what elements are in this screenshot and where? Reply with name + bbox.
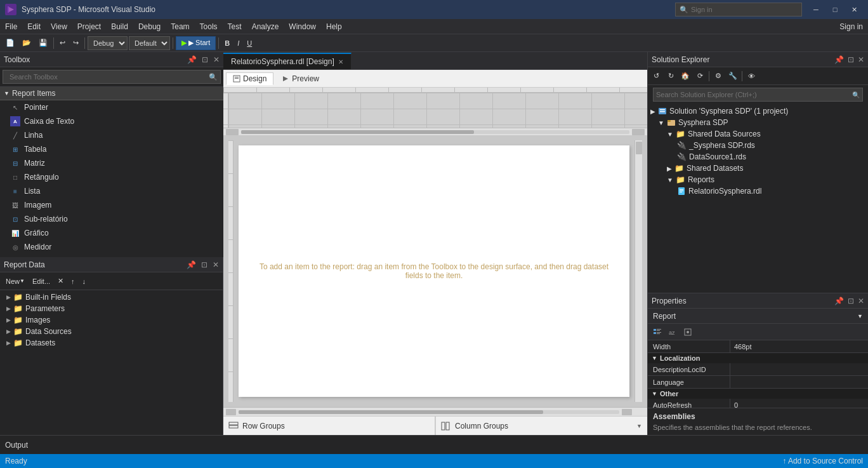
rd-up-button[interactable]: ↑ — [68, 275, 78, 288]
prop-value-desc-loc[interactable] — [730, 363, 868, 375]
open-button[interactable]: 📂 — [19, 36, 34, 50]
rd-new-button[interactable]: New ▼ — [3, 275, 28, 288]
rd-delete-button[interactable]: ✕ — [55, 275, 67, 288]
se-preview-btn[interactable]: 👁 — [744, 70, 758, 83]
source-control-link[interactable]: ↑ Add to Source Control — [782, 457, 863, 465]
se-close-icon[interactable]: ✕ — [858, 55, 864, 64]
start-button[interactable]: ▶ ▶ Start — [176, 36, 216, 50]
maximize-button[interactable]: □ — [826, 3, 844, 16]
undo-button[interactable]: ↩ — [56, 36, 69, 50]
menu-analyze[interactable]: Analyze — [247, 19, 284, 34]
menu-debug[interactable]: Debug — [133, 19, 166, 34]
tree-item-datasources[interactable]: ▶ 📁 Data Sources — [1, 326, 221, 337]
se-forward-btn[interactable]: ↻ — [664, 70, 678, 83]
menu-help[interactable]: Help — [321, 19, 347, 34]
se-item-shared-ds[interactable]: ▼ 📁 Shared Data Sources — [649, 128, 867, 140]
rd-down-button[interactable]: ↓ — [79, 275, 89, 288]
tree-item-datasets[interactable]: ▶ 📁 Datasets — [1, 337, 221, 349]
props-float-icon[interactable]: ⊡ — [848, 297, 854, 305]
quick-launch[interactable]: 🔍 — [675, 3, 802, 17]
se-refresh-btn[interactable]: ⟳ — [693, 70, 707, 83]
menu-window[interactable]: Window — [284, 19, 321, 34]
se-search-input[interactable] — [656, 91, 852, 98]
design-grid-top[interactable] — [228, 93, 647, 128]
se-item-shared-datasets[interactable]: ▶ 📁 Shared Datasets — [649, 163, 867, 174]
se-item-datasource1[interactable]: 🔌 DataSource1.rds — [649, 151, 867, 163]
toolbox-item-table[interactable]: ⊞ Tabela — [0, 142, 223, 156]
se-tools-btn[interactable]: 🔧 — [726, 70, 740, 83]
horizontal-scrollbar-bottom[interactable] — [223, 407, 647, 416]
vertical-scrollbar[interactable] — [635, 140, 642, 402]
menu-test[interactable]: Test — [223, 19, 247, 34]
sign-in-link[interactable]: Sign in — [834, 19, 868, 34]
tab-close-icon[interactable]: ✕ — [338, 58, 343, 65]
menu-view[interactable]: View — [46, 19, 72, 34]
toolbox-item-rectangle[interactable]: □ Retângulo — [0, 170, 223, 184]
prop-section-other[interactable]: ▼ Other — [648, 389, 868, 399]
props-object-selector[interactable]: Report ▼ — [648, 309, 868, 324]
toolbox-item-matrix[interactable]: ⊟ Matriz — [0, 156, 223, 170]
tree-item-images[interactable]: ▶ 📁 Images — [1, 314, 221, 326]
rd-edit-button[interactable]: Edit... — [29, 275, 53, 288]
toolbox-search-input[interactable] — [6, 70, 209, 84]
toolbox-item-subreport[interactable]: ⊡ Sub-relatório — [0, 212, 223, 226]
se-back-btn[interactable]: ↺ — [649, 70, 663, 83]
props-page-btn[interactable] — [681, 326, 695, 338]
toolbox-section-report-items[interactable]: ▼ Report Items — [0, 87, 223, 100]
rd-pin-icon[interactable]: 📌 — [187, 260, 196, 269]
quick-launch-input[interactable] — [691, 6, 798, 13]
prop-value-autorefresh[interactable]: 0 — [730, 399, 868, 408]
rd-close-icon[interactable]: ✕ — [213, 260, 219, 269]
report-canvas[interactable]: To add an item to the report: drag an it… — [239, 145, 629, 397]
toolbox-pin-icon[interactable]: 📌 — [187, 55, 197, 64]
toolbox-item-chart[interactable]: 📊 Gráfico — [0, 226, 223, 240]
toolbox-item-gauge[interactable]: ◎ Medidor — [0, 240, 223, 254]
se-item-reports[interactable]: ▼ 📁 Reports — [649, 174, 867, 185]
tree-item-parameters[interactable]: ▶ 📁 Parameters — [1, 303, 221, 314]
menu-tools[interactable]: Tools — [195, 19, 223, 34]
underline-button[interactable]: U — [244, 36, 255, 50]
italic-button[interactable]: I — [234, 36, 242, 50]
props-pin-icon[interactable]: 📌 — [834, 297, 844, 305]
minimize-button[interactable]: ─ — [807, 3, 825, 16]
props-close-icon[interactable]: ✕ — [858, 297, 864, 305]
toolbox-item-image[interactable]: 🖼 Imagem — [0, 198, 223, 212]
se-item-report-rdl[interactable]: RelatorioSysphera.rdl — [649, 185, 867, 197]
menu-build[interactable]: Build — [106, 19, 133, 34]
toolbox-item-pointer[interactable]: ↖ Pointer — [0, 100, 223, 114]
prop-section-localization[interactable]: ▼ Localization — [648, 353, 868, 363]
se-item-solution[interactable]: ▶ Solution 'Sysphera SDP' (1 project) — [649, 105, 867, 117]
menu-edit[interactable]: Edit — [22, 19, 46, 34]
se-item-sysphera-rds[interactable]: 🔌 _Sysphera SDP.rds — [649, 140, 867, 151]
save-button[interactable]: 💾 — [36, 36, 51, 50]
tab-preview-mode[interactable]: Preview — [275, 72, 326, 85]
se-settings-btn[interactable]: ⚙ — [711, 70, 725, 83]
horizontal-scrollbar-top[interactable] — [223, 128, 647, 135]
bold-button[interactable]: B — [221, 36, 233, 50]
platform-dropdown[interactable]: Default — [129, 36, 170, 50]
se-pin-icon[interactable]: 📌 — [834, 55, 844, 64]
menu-project[interactable]: Project — [72, 19, 106, 34]
redo-button[interactable]: ↪ — [70, 36, 82, 50]
rd-float-icon[interactable]: ⊡ — [201, 260, 207, 269]
toolbox-close-icon[interactable]: ✕ — [213, 55, 220, 64]
config-dropdown[interactable]: Debug — [88, 36, 128, 50]
se-home-btn[interactable]: 🏠 — [678, 70, 692, 83]
col-groups-expand[interactable]: ▼ — [636, 423, 642, 429]
new-button[interactable]: 📄 — [3, 36, 18, 50]
se-item-project[interactable]: ▼ Sysphera SDP — [649, 117, 867, 128]
se-float-icon[interactable]: ⊡ — [848, 55, 854, 64]
tab-design-mode[interactable]: Design — [226, 72, 273, 85]
toolbox-float-icon[interactable]: ⊡ — [202, 55, 208, 64]
props-alpha-btn[interactable]: az — [666, 326, 680, 338]
toolbox-item-textbox[interactable]: A Caixa de Texto — [0, 114, 223, 128]
menu-file[interactable]: File — [0, 19, 22, 34]
close-button[interactable]: ✕ — [845, 3, 863, 16]
prop-value-language[interactable] — [730, 376, 868, 388]
toolbox-item-list[interactable]: ≡ Lista — [0, 184, 223, 198]
prop-value-width[interactable]: 468pt — [730, 340, 868, 352]
tab-design[interactable]: RelatorioSysphera.rdl [Design] ✕ — [223, 53, 352, 69]
menu-team[interactable]: Team — [166, 19, 194, 34]
props-categorized-btn[interactable] — [650, 326, 664, 338]
toolbox-item-line[interactable]: ╱ Linha — [0, 128, 223, 142]
